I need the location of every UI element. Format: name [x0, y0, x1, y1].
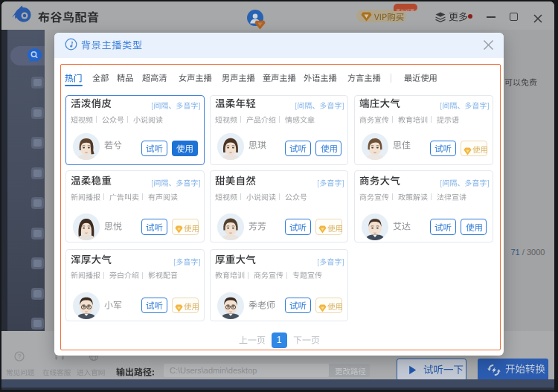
svg-text:?: ?	[18, 353, 22, 360]
